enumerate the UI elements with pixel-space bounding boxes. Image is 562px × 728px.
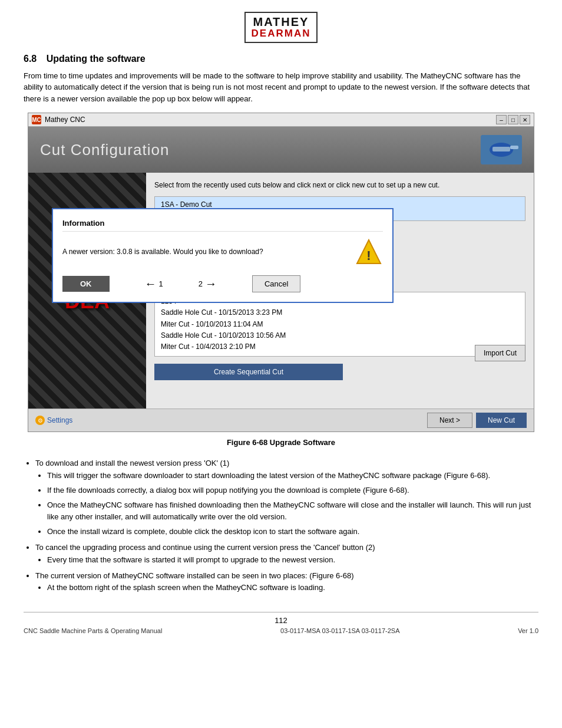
arrow-2-annotation: 2 → <box>199 277 217 291</box>
next-button[interactable]: Next > <box>427 413 472 428</box>
section-heading: 6.8 Updating the software <box>24 54 538 64</box>
dialog-body: A newer version: 3.0.8 is available. Wou… <box>62 238 383 266</box>
bullet-sub-0-3: Once the install wizard is complete, dou… <box>47 526 538 538</box>
bullet-sub-0-1: If the file downloads correctly, a dialo… <box>47 485 538 497</box>
bullet-item-2: The current version of MatheyCNC softwar… <box>35 570 538 595</box>
app-header-title: Cut Configuration <box>40 141 169 159</box>
bullet-sub-0-0: This will trigger the software downloade… <box>47 470 538 482</box>
window-title: Mathey CNC <box>45 116 492 124</box>
dialog-message: A newer version: 3.0.8 is available. Wou… <box>62 248 343 256</box>
dialog-buttons: OK ← 1 2 → Cancel <box>62 275 383 292</box>
app-content: Cut Configuration MA DEA <box>28 127 534 431</box>
instruction-text: Select from the recently used cuts below… <box>154 181 525 189</box>
maximize-button[interactable]: □ <box>508 115 518 124</box>
dialog-ok-button[interactable]: OK <box>62 276 110 292</box>
header-logo-image <box>481 135 522 164</box>
cut-list-entry-3: Saddle Hole Cut - 10/10/2013 10:56 AM <box>161 330 519 341</box>
warning-icon: ! <box>355 238 383 266</box>
figure-caption: Figure 6-68 Upgrade Software <box>24 438 538 447</box>
new-cut-button[interactable]: New Cut <box>476 413 527 428</box>
bullet-text-2: The current version of MatheyCNC softwar… <box>35 571 353 580</box>
settings-icon: ⚙ <box>35 416 45 425</box>
footer-left: CNC Saddle Machine Parts & Operating Man… <box>24 627 162 634</box>
create-sequential-button[interactable]: Create Sequential Cut <box>154 364 343 380</box>
bullet-section: To download and install the newest versi… <box>24 457 538 594</box>
footer: 112 CNC Saddle Machine Parts & Operating… <box>24 612 538 634</box>
window-controls[interactable]: – □ ✕ <box>496 115 530 124</box>
app-bottom-bar: ⚙ Settings Next > New Cut <box>28 409 534 431</box>
window-icon: MC <box>32 115 41 124</box>
section-number: 6.8 <box>24 54 37 64</box>
cut-list-entry-1: Saddle Hole Cut - 10/15/2013 3:23 PM <box>161 307 519 318</box>
arrow-1-label: 1 <box>159 279 163 288</box>
minimize-button[interactable]: – <box>496 115 507 124</box>
page-logo: MATHEY DEARMAN <box>24 12 538 43</box>
intro-text: From time to time updates and improvemen… <box>24 70 538 105</box>
svg-text:!: ! <box>366 248 371 263</box>
bullet-item-0: To download and install the newest versi… <box>35 457 538 538</box>
window-titlebar: MC Mathey CNC – □ ✕ <box>28 113 534 127</box>
logo-line1: MATHEY <box>252 15 311 28</box>
app-header: Cut Configuration <box>28 127 534 173</box>
app-right-panel: Select from the recently used cuts below… <box>146 173 534 409</box>
bullet-text-0: To download and install the newest versi… <box>35 459 229 467</box>
footer-info: CNC Saddle Machine Parts & Operating Man… <box>24 627 538 634</box>
section-title: Updating the software <box>47 54 146 64</box>
svg-rect-3 <box>510 146 518 149</box>
bullet-text-1: To cancel the upgrading process and cont… <box>35 543 375 552</box>
bullet-sub-2-0: At the bottom right of the splash screen… <box>47 582 538 594</box>
svg-rect-2 <box>492 147 510 151</box>
cut-list-entry-2: Miter Cut - 10/10/2013 11:04 AM <box>161 319 519 330</box>
arrow-1-annotation: ← 1 <box>145 277 163 291</box>
footer-codes: 03-0117-MSA 03-0117-1SA 03-0117-2SA <box>280 627 399 634</box>
cut-item-name: 1SA - Demo Cut <box>161 200 212 209</box>
tool-graphic <box>481 135 522 164</box>
app-window: MC Mathey CNC – □ ✕ Cut Configuration <box>28 113 534 432</box>
cut-list-secondary: 1234 Saddle Hole Cut - 10/15/2013 3:23 P… <box>154 292 525 380</box>
import-cut-button[interactable]: Import Cut <box>475 345 525 361</box>
settings-label: Settings <box>47 416 72 424</box>
cut-list-entry-4: Miter Cut - 10/4/2013 2:10 PM <box>161 341 519 353</box>
page-number: 112 <box>24 616 538 625</box>
dialog-cancel-button[interactable]: Cancel <box>252 275 300 292</box>
close-button[interactable]: ✕ <box>520 115 530 124</box>
bullet-item-1: To cancel the upgrading process and cont… <box>35 542 538 566</box>
bottom-buttons: Next > New Cut <box>427 413 527 428</box>
logo-line2: DEARMAN <box>252 28 311 39</box>
dialog-title: Information <box>62 219 383 232</box>
info-dialog: Information A newer version: 3.0.8 is av… <box>52 208 394 303</box>
arrow-2-label: 2 <box>199 279 203 288</box>
bullet-sub-0-2: Once the MatheyCNC software has finished… <box>47 499 538 524</box>
app-body: MA DEA Select from the recently used cut… <box>28 173 534 409</box>
settings-link[interactable]: ⚙ Settings <box>35 416 72 425</box>
bullet-sub-1-0: Every time that the software is started … <box>47 554 538 566</box>
footer-version: Ver 1.0 <box>518 627 538 634</box>
